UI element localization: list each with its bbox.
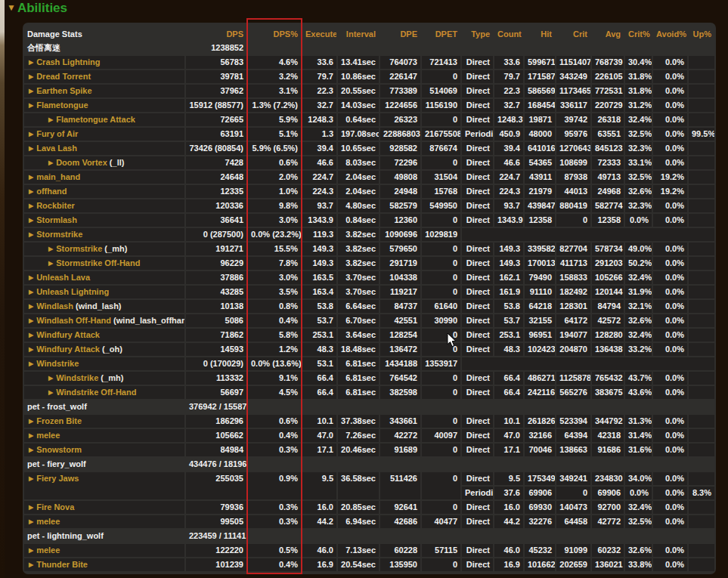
expand-icon[interactable]: ▶ [29,274,33,281]
cell-dps-pct: 0.4% [248,314,301,327]
expand-icon[interactable]: ▶ [29,174,33,181]
expand-icon[interactable]: ▶ [48,159,53,166]
cell-avoid-pct: 0.0% [653,487,687,499]
ability-name-cell[interactable]: ▶melee [24,544,184,557]
expand-icon[interactable]: ▶ [29,303,33,310]
cell-type: Direct [462,142,493,155]
cell-dpe: 773389 [380,85,420,97]
ability-name-cell[interactable]: ▶Crash Lightning [24,56,184,69]
ability-name-cell[interactable]: ▶Earthen Spike [24,85,184,97]
cell-dpe: 60228 [380,544,420,557]
ability-name-cell[interactable]: ▶Stormstrike (_mh) [24,243,184,255]
expand-icon[interactable]: ▶ [29,418,33,425]
expand-icon[interactable]: ▶ [29,188,33,195]
cell-dpe: 24948 [380,185,420,198]
ability-name-cell[interactable]: ▶Windlash Off-Hand (wind_lash_offhand) [24,314,184,327]
ability-name-cell[interactable]: ▶Unleash Lightning [24,286,184,298]
ability-name-cell[interactable]: ▶Fire Nova [24,501,184,514]
abilities-section-toggle[interactable]: ▼Abilities [7,1,67,16]
expand-icon[interactable]: ▶ [29,102,33,109]
expand-icon[interactable]: ▶ [29,145,33,152]
expand-icon[interactable]: ▶ [48,246,53,252]
ability-name-cell[interactable]: ▶Stormstrike Off-Hand [24,257,184,270]
expand-icon[interactable]: ▶ [29,561,33,568]
ability-name-cell[interactable]: ▶Flametongue Attack [24,113,184,126]
ability-name-cell[interactable]: ▶melee [24,515,184,528]
ability-name-cell[interactable]: ▶Windstrike Off-Hand [24,386,184,399]
ability-name-suffix: (wind_lash_offhand) [111,316,184,325]
cell-execute: 66.4 [302,372,336,385]
ability-name-cell[interactable]: ▶Fiery Jaws [24,472,184,499]
ability-name-cell[interactable]: ▶Fury of Air [24,128,184,141]
expand-icon[interactable]: ▶ [29,332,33,338]
table-row: ▶Thunder Bite1012390.4%16.920.54sec13595… [24,558,714,571]
expand-icon[interactable]: ▶ [29,360,33,367]
cell-crit-pct: 32.3% [625,199,652,212]
expand-icon[interactable]: ▶ [29,88,33,94]
ability-name-cell[interactable]: ▶Doom Vortex (_ll) [24,156,184,169]
expand-icon[interactable]: ▶ [48,260,53,267]
cell-type: Direct [462,243,493,255]
cell-dps: 5086 [186,314,246,327]
cell-type: Direct [462,286,493,298]
ability-name-label: Stormstrike [36,230,82,239]
ability-name-cell[interactable]: ▶Windfury Attack [24,329,184,342]
cell-crit-pct: 32.3% [625,142,652,155]
expand-icon[interactable]: ▶ [29,217,33,224]
cell-type: Direct [462,56,493,69]
expand-icon[interactable]: ▶ [29,518,33,525]
cell-count: 39.4 [494,142,523,155]
expand-icon[interactable]: ▶ [48,375,53,382]
ability-name-cell[interactable]: ▶Windstrike (_mh) [24,372,184,385]
expand-icon[interactable]: ▶ [29,504,33,511]
ability-name-cell[interactable]: ▶Windstrike [24,357,184,370]
expand-icon[interactable]: ▶ [29,131,33,138]
ability-name-cell[interactable]: ▶Lava Lash [24,142,184,155]
expand-icon[interactable]: ▶ [29,447,33,453]
expand-icon[interactable]: ▶ [29,317,33,324]
cell-up-pct [689,171,714,184]
expand-icon[interactable]: ▶ [29,346,33,353]
expand-icon[interactable]: ▶ [48,389,53,396]
cell-crit-pct: 43.7% [625,372,652,385]
expand-icon[interactable]: ▶ [29,432,33,439]
cell-dpet: 0 [422,286,460,298]
cell-execute: 1343.9 [302,214,336,227]
left-scrollbar-strip[interactable] [0,0,5,578]
ability-name-cell[interactable]: ▶melee [24,429,184,442]
expand-icon[interactable]: ▶ [29,202,33,209]
ability-name-cell[interactable]: ▶Stormstrike [24,228,184,241]
ability-name-cell[interactable]: ▶Rockbiter [24,199,184,212]
ability-name-cell[interactable]: ▶main_hand [24,171,184,184]
cell-up-pct [689,70,714,83]
cell-avoid-pct: 0.0% [653,257,687,270]
ability-name-cell[interactable]: ▶Thunder Bite [24,558,184,571]
expand-icon[interactable]: ▶ [29,231,33,238]
ability-name-cell[interactable]: ▶Windfury Attack (_oh) [24,343,184,356]
expand-icon[interactable]: ▶ [48,116,53,123]
column-header-dpet: DPET [422,24,460,40]
cell-dps: 96229 [186,257,246,270]
expand-icon[interactable]: ▶ [29,59,33,66]
expand-icon[interactable]: ▶ [29,547,33,554]
cell-interval: 6.81sec [338,357,379,370]
ability-name-cell[interactable]: ▶offhand [24,185,184,198]
cell-type: Direct [462,314,493,327]
cell-dps: 0 (170029) [186,357,246,370]
cell-avg: 84794 [592,300,624,313]
ability-name-cell[interactable]: ▶Flametongue [24,99,184,112]
cell-dpet: 0 [422,70,460,83]
ability-name-cell[interactable]: ▶Stormlash [24,214,184,227]
cell-up-pct [689,214,714,227]
ability-name-cell[interactable]: ▶Dread Torrent [24,70,184,83]
cell-count: 47.0 [494,429,523,442]
expand-icon[interactable]: ▶ [29,289,33,295]
cell-dps: 14593 [186,343,246,356]
ability-name-cell[interactable]: ▶Unleash Lava [24,271,184,284]
expand-icon[interactable]: ▶ [29,73,33,80]
expand-icon[interactable]: ▶ [29,475,33,482]
cell-hit: 439847 [525,199,555,212]
ability-name-cell[interactable]: ▶Snowstorm [24,444,184,456]
ability-name-cell[interactable]: ▶Frozen Bite [24,415,184,428]
ability-name-cell[interactable]: ▶Windlash (wind_lash) [24,300,184,313]
